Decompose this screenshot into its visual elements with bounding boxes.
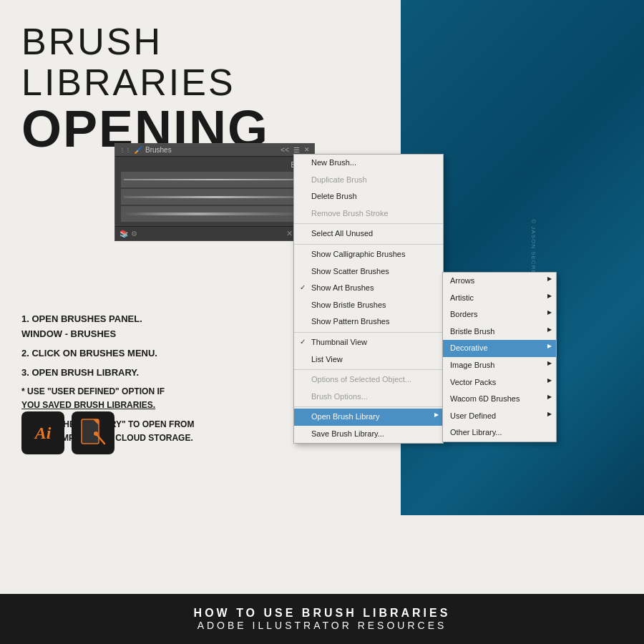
submenu-decorative[interactable]: Decorative (443, 340, 556, 357)
panel-icon: 🖌️ (134, 146, 142, 154)
bottom-bar-line1: HOW TO USE BRUSH LIBRARIES (194, 607, 451, 620)
title-brush-libraries: BRUSH LIBRARIES (21, 21, 379, 103)
menu-open-brush-library[interactable]: Open Brush Library (294, 409, 443, 426)
panel-titlebar: ⋮⋮ 🖌️ Brushes << ☰ ✕ (115, 144, 314, 157)
menu-delete-brush[interactable]: Delete Brush (294, 188, 443, 205)
separator-5 (294, 406, 443, 407)
submenu-user-defined[interactable]: User Defined (443, 408, 556, 425)
context-menu: New Brush... Duplicate Brush Delete Brus… (293, 154, 444, 444)
settings-icon[interactable]: ⚙ (131, 230, 137, 238)
separator-2 (294, 244, 443, 245)
submenu-bristle-brush[interactable]: Bristle Brush (443, 323, 556, 341)
panel-menu[interactable]: ☰ (293, 146, 300, 154)
submenu-image-brush[interactable]: Image Brush (443, 357, 556, 374)
library-icon[interactable]: 📚 (119, 230, 128, 238)
menu-save-brush-library[interactable]: Save Brush Library... (294, 426, 443, 443)
submenu-borders[interactable]: Borders (443, 306, 556, 323)
menu-show-calligraphic[interactable]: Show Calligraphic Brushes (294, 246, 443, 263)
menu-show-bristle[interactable]: Show Bristle Brushes (294, 297, 443, 314)
menu-select-all-unused[interactable]: Select All Unused (294, 225, 443, 243)
bottom-bar-line2: ADOBE ILLUSTRATOR RESOURCES (197, 620, 447, 631)
brush-stroke-3 (121, 206, 308, 222)
brush-stroke-1 (121, 172, 308, 187)
brushes-panel[interactable]: ⋮⋮ 🖌️ Brushes << ☰ ✕ Basic � (114, 143, 315, 241)
panel-footer: 📚 ⚙ ✕ ❑ + (115, 226, 314, 240)
bottom-icons: Ai (21, 411, 114, 454)
separator-3 (294, 332, 443, 333)
brush-stroke-2 (121, 189, 308, 205)
panel-title-right: << ☰ ✕ (280, 146, 310, 154)
panel-close[interactable]: ✕ (304, 146, 310, 154)
brush-label: Basic (118, 160, 311, 170)
svg-point-2 (94, 431, 98, 436)
footer-library-icons: 📚 ⚙ (119, 230, 137, 238)
menu-show-scatter[interactable]: Show Scatter Brushes (294, 263, 443, 280)
adobe-illustrator-icon: Ai (21, 411, 64, 454)
brush-file-icon (72, 411, 114, 454)
menu-list-view[interactable]: List View (294, 351, 443, 369)
submenu-artistic[interactable]: Artistic (443, 290, 556, 307)
panel-title-left: ⋮⋮ 🖌️ Brushes (119, 146, 172, 154)
menu-duplicate-brush[interactable]: Duplicate Brush (294, 172, 443, 189)
stroke-line-2 (124, 196, 306, 198)
menu-new-brush[interactable]: New Brush... (294, 155, 443, 172)
stroke-line-3 (124, 213, 306, 215)
panel-content: Basic (115, 157, 314, 226)
menu-remove-stroke[interactable]: Remove Brush Stroke (294, 205, 443, 223)
menu-thumbnail-view[interactable]: Thumbnail View (294, 334, 443, 351)
brush-svg-icon (80, 418, 106, 448)
submenu-vector-packs[interactable]: Vector Packs (443, 374, 556, 391)
bottom-bar: HOW TO USE BRUSH LIBRARIES ADOBE ILLUSTR… (0, 594, 644, 644)
menu-options-selected[interactable]: Options of Selected Object... (294, 371, 443, 389)
submenu-other-library[interactable]: Other Library... (443, 424, 556, 441)
panel-dots: ⋮⋮ (119, 147, 131, 153)
stroke-line-1 (124, 179, 306, 180)
menu-show-pattern[interactable]: Show Pattern Brushes (294, 313, 443, 331)
submenu-arrows[interactable]: Arrows (443, 273, 556, 290)
svg-rect-0 (82, 419, 99, 444)
brushes-panel-area: ⋮⋮ 🖌️ Brushes << ☰ ✕ Basic � (114, 143, 315, 241)
panel-minimize[interactable]: << (280, 146, 289, 154)
separator-4 (294, 369, 443, 370)
menu-show-art[interactable]: Show Art Brushes (294, 280, 443, 297)
title-area: BRUSH LIBRARIES OPENING (21, 21, 379, 155)
submenu: Arrows Artistic Borders Bristle Brush De… (442, 272, 557, 442)
panel-title-text: Brushes (145, 146, 172, 154)
submenu-wacom-6d[interactable]: Wacom 6D Brushes (443, 391, 556, 408)
separator-1 (294, 223, 443, 224)
delete-icon[interactable]: ✕ (286, 229, 293, 238)
menu-brush-options[interactable]: Brush Options... (294, 389, 443, 406)
